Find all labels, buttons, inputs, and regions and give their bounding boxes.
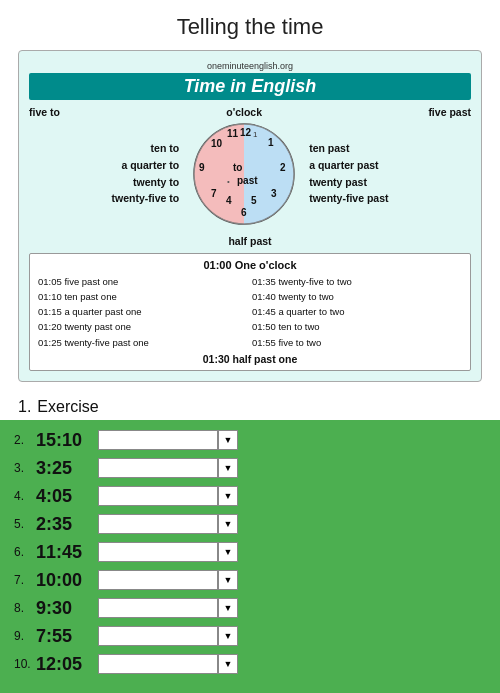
exercise-row-7: 7. 10:00 ▼ — [14, 570, 486, 591]
ex-num-3: 3. — [14, 461, 36, 475]
ex-input-wrapper-8: ▼ — [98, 598, 486, 618]
time-table-bottom: 01:30 half past one — [38, 353, 462, 365]
svg-text:2: 2 — [280, 162, 286, 173]
svg-text:11: 11 — [227, 128, 239, 139]
ex-dropdown-3[interactable]: ▼ — [218, 458, 238, 478]
exercise-row-6: 6. 11:45 ▼ — [14, 542, 486, 563]
label-ten-past: ten past — [303, 142, 349, 155]
ex-time-9: 7:55 — [36, 626, 94, 647]
svg-text:past: past — [237, 175, 258, 186]
svg-text:10: 10 — [211, 138, 223, 149]
time-entry-right-2: 01:40 twenty to two — [252, 290, 462, 304]
time-table-title: 01:00 One o'clock — [38, 259, 462, 271]
ex-input-3[interactable] — [98, 458, 218, 478]
infographic-title: Time in English — [29, 73, 471, 100]
clock-diagram: to • past 12 1 2 3 6 7 9 10 11 1 5 4 — [189, 119, 299, 229]
ex-input-wrapper-5: ▼ — [98, 514, 486, 534]
ex-input-6[interactable] — [98, 542, 218, 562]
exercise-row-8: 8. 9:30 ▼ — [14, 598, 486, 619]
ex-num-6: 6. — [14, 545, 36, 559]
ex-input-wrapper-10: ▼ — [98, 654, 486, 674]
ex-num-4: 4. — [14, 489, 36, 503]
label-twenty-to: twenty to — [133, 176, 185, 189]
time-entry-right-3: 01:45 a quarter to two — [252, 305, 462, 319]
svg-text:7: 7 — [211, 188, 217, 199]
ex-time-2: 15:10 — [36, 430, 94, 451]
time-entry-left-4: 01:20 twenty past one — [38, 320, 248, 334]
ex-time-3: 3:25 — [36, 458, 94, 479]
label-twenty-past: twenty past — [303, 176, 367, 189]
label-twentyfive-past: twenty-five past — [303, 192, 388, 205]
ex-input-wrapper-2: ▼ — [98, 430, 486, 450]
svg-text:3: 3 — [271, 188, 277, 199]
svg-text:9: 9 — [199, 162, 205, 173]
ex-num-8: 8. — [14, 601, 36, 615]
ex-input-4[interactable] — [98, 486, 218, 506]
ex-time-4: 4:05 — [36, 486, 94, 507]
ex-input-wrapper-7: ▼ — [98, 570, 486, 590]
time-entry-left-3: 01:15 a quarter past one — [38, 305, 248, 319]
ex-input-wrapper-6: ▼ — [98, 542, 486, 562]
ex-time-7: 10:00 — [36, 570, 94, 591]
time-entry-right-1: 01:35 twenty-five to two — [252, 275, 462, 289]
label-quarter-to: a quarter to — [121, 159, 185, 172]
svg-text:1: 1 — [253, 130, 258, 139]
ex-dropdown-9[interactable]: ▼ — [218, 626, 238, 646]
svg-text:•: • — [227, 177, 230, 186]
svg-text:5: 5 — [251, 195, 257, 206]
exercise-row-5: 5. 2:35 ▼ — [14, 514, 486, 535]
time-entry-left-2: 01:10 ten past one — [38, 290, 248, 304]
exercise-box: 2. 15:10 ▼ 3. 3:25 ▼ 4. 4:05 ▼ 5. 2:35 ▼ — [0, 420, 500, 693]
ex-input-8[interactable] — [98, 598, 218, 618]
exercise-row-4: 4. 4:05 ▼ — [14, 486, 486, 507]
clock-section: five to o'clock five past ten to a quart… — [29, 106, 471, 249]
time-entry-left-5: 01:25 twenty-five past one — [38, 336, 248, 350]
label-five-to: five to — [29, 106, 66, 119]
ex-dropdown-2[interactable]: ▼ — [218, 430, 238, 450]
page-title: Telling the time — [0, 0, 500, 50]
time-table: 01:00 One o'clock 01:05 five past one 01… — [29, 253, 471, 371]
ex-input-7[interactable] — [98, 570, 218, 590]
ex-input-9[interactable] — [98, 626, 218, 646]
exercise-header-num: 1. — [18, 398, 31, 416]
label-half-past: half past — [228, 235, 271, 247]
time-entry-left-1: 01:05 five past one — [38, 275, 248, 289]
svg-text:1: 1 — [268, 137, 274, 148]
ex-input-10[interactable] — [98, 654, 218, 674]
time-table-grid: 01:05 five past one 01:35 twenty-five to… — [38, 275, 462, 350]
svg-text:6: 6 — [241, 207, 247, 218]
ex-num-5: 5. — [14, 517, 36, 531]
ex-time-5: 2:35 — [36, 514, 94, 535]
label-ten-to: ten to — [151, 142, 186, 155]
ex-input-2[interactable] — [98, 430, 218, 450]
label-twentyfive-to: twenty-five to — [111, 192, 185, 205]
ex-num-7: 7. — [14, 573, 36, 587]
svg-text:to: to — [233, 162, 242, 173]
ex-dropdown-8[interactable]: ▼ — [218, 598, 238, 618]
ex-dropdown-5[interactable]: ▼ — [218, 514, 238, 534]
exercise-header-label: Exercise — [37, 398, 98, 416]
ex-num-9: 9. — [14, 629, 36, 643]
ex-time-10: 12:05 — [36, 654, 94, 675]
ex-dropdown-7[interactable]: ▼ — [218, 570, 238, 590]
svg-text:4: 4 — [226, 195, 232, 206]
exercise-row-9: 9. 7:55 ▼ — [14, 626, 486, 647]
ex-num-10: 10. — [14, 657, 36, 671]
exercise-row-2: 2. 15:10 ▼ — [14, 430, 486, 451]
ex-num-2: 2. — [14, 433, 36, 447]
ex-dropdown-6[interactable]: ▼ — [218, 542, 238, 562]
ex-time-6: 11:45 — [36, 542, 94, 563]
exercise-row-3: 3. 3:25 ▼ — [14, 458, 486, 479]
label-oclock: o'clock — [226, 106, 262, 119]
ex-input-wrapper-4: ▼ — [98, 486, 486, 506]
infographic: oneminuteenglish.org Time in English fiv… — [18, 50, 482, 382]
svg-text:12: 12 — [240, 127, 252, 138]
ex-dropdown-4[interactable]: ▼ — [218, 486, 238, 506]
time-entry-right-4: 01:50 ten to two — [252, 320, 462, 334]
ex-dropdown-10[interactable]: ▼ — [218, 654, 238, 674]
site-label: oneminuteenglish.org — [29, 61, 471, 71]
time-entry-right-5: 01:55 five to two — [252, 336, 462, 350]
ex-input-5[interactable] — [98, 514, 218, 534]
ex-time-8: 9:30 — [36, 598, 94, 619]
exercise-row-10: 10. 12:05 ▼ — [14, 654, 486, 675]
